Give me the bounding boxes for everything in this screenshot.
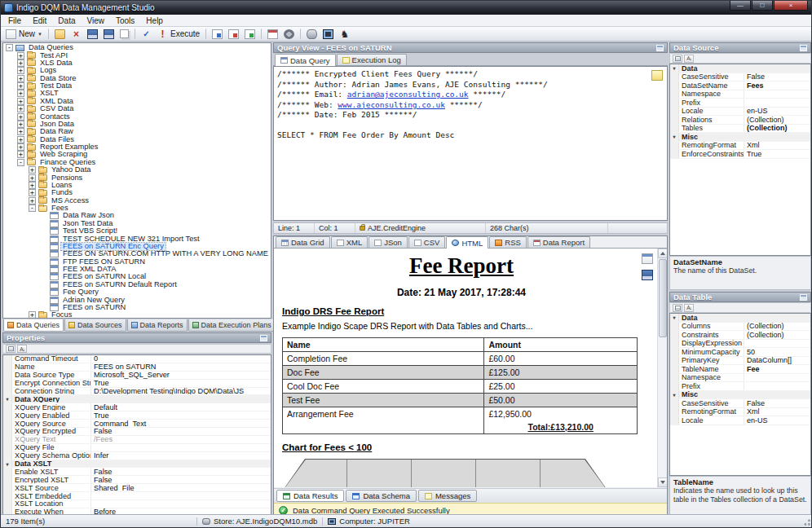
property-row[interactable]: XQuery Enabled True <box>3 411 271 420</box>
export-html-icon[interactable] <box>243 29 257 40</box>
property-row[interactable]: Namespace <box>670 90 810 99</box>
property-value[interactable]: Xml <box>744 142 810 150</box>
tab-data-report[interactable]: Data Report <box>527 236 590 248</box>
expand-glyph[interactable]: + <box>17 90 24 97</box>
expand-glyph[interactable]: + <box>17 52 24 59</box>
property-row[interactable]: Connection String D:\Development Testing… <box>3 388 271 396</box>
property-value[interactable]: False <box>91 468 271 475</box>
property-value[interactable]: Fee <box>744 365 810 373</box>
property-row[interactable]: Namespace <box>670 374 810 383</box>
toolbar-button[interactable] <box>205 29 206 39</box>
menu-item[interactable]: Tools <box>110 15 140 27</box>
tab-data-queries[interactable]: Data Queries <box>3 319 64 332</box>
property-value[interactable]: False <box>91 428 271 435</box>
property-row[interactable]: EnforceConstraints True <box>670 150 810 159</box>
property-value[interactable]: Microsoft_SQL_Server <box>91 372 271 379</box>
expand-glyph[interactable]: + <box>17 105 24 112</box>
tab-data-results[interactable]: Data Results <box>276 490 344 502</box>
property-row[interactable]: XQuery Text /Fees <box>3 436 271 444</box>
tab-rss[interactable]: RSS <box>489 236 527 248</box>
tree-item[interactable]: Fee Query <box>3 288 271 296</box>
menu-item[interactable]: Data <box>52 15 81 27</box>
property-value[interactable]: Infer <box>91 452 271 460</box>
property-row[interactable]: Prefix <box>670 382 810 391</box>
property-value[interactable]: True <box>91 380 271 387</box>
tree-item[interactable]: + Funds <box>3 189 271 196</box>
categorized-icon[interactable] <box>673 304 682 312</box>
property-value[interactable]: Command_Text <box>91 420 271 427</box>
property-value[interactable] <box>744 382 810 390</box>
property-row[interactable]: Relations (Collection) <box>670 116 810 125</box>
expand-glyph[interactable]: - <box>17 159 24 166</box>
tree-item[interactable]: Test VBS Script! <box>3 227 271 235</box>
copy-icon[interactable] <box>118 29 130 39</box>
tab-html[interactable]: HTML <box>446 236 488 249</box>
panel-options-icon[interactable] <box>656 45 664 51</box>
export-xml-icon[interactable] <box>227 29 241 40</box>
execute-button[interactable]: ! Execute <box>156 29 201 40</box>
tree-item[interactable]: FEES on SATURN <box>3 304 271 311</box>
property-value[interactable]: en-US <box>744 416 810 425</box>
expand-glyph[interactable]: + <box>29 166 36 174</box>
panel-options-icon[interactable] <box>260 335 267 341</box>
property-row[interactable]: Locale en-US <box>670 108 810 117</box>
expand-glyph[interactable]: + <box>29 189 36 196</box>
tab-data-schema[interactable]: Data Schema <box>346 490 417 502</box>
tab-data-query[interactable]: Data Query <box>275 54 336 66</box>
property-row[interactable]: Encrypt Connection String True <box>3 380 271 388</box>
expand-glyph[interactable]: + <box>17 143 24 151</box>
property-row[interactable]: Command Timeout 0 <box>3 355 271 363</box>
categorized-icon[interactable] <box>6 345 15 353</box>
property-row[interactable]: Data XSLT <box>3 460 271 469</box>
scroll-down-icon[interactable] <box>658 477 667 487</box>
property-value[interactable] <box>91 500 271 508</box>
property-row[interactable]: RemotingFormat Xml <box>670 142 810 151</box>
property-value[interactable] <box>744 99 810 107</box>
tree-item[interactable]: + CSV Data <box>3 105 271 112</box>
expand-glyph[interactable]: + <box>29 197 36 205</box>
hyperlink[interactable]: www.ajeconsulting.co.uk <box>338 100 445 109</box>
tree-item[interactable]: + Pensions <box>3 174 271 181</box>
property-row[interactable]: CaseSensitive False <box>670 399 810 408</box>
expand-glyph[interactable]: + <box>17 136 24 143</box>
property-row[interactable]: Enable XSLT False <box>3 468 271 476</box>
settings-icon[interactable] <box>282 29 296 40</box>
panel-options-icon[interactable] <box>800 294 807 301</box>
property-value[interactable] <box>91 492 271 499</box>
property-value[interactable]: Xml <box>744 408 810 416</box>
tree-item[interactable]: Adrian New Query <box>3 296 271 303</box>
panel-options-icon[interactable] <box>800 45 807 51</box>
property-row[interactable]: Columns (Collection) <box>670 323 810 332</box>
menu-item[interactable]: File <box>2 15 27 27</box>
schedule-icon[interactable] <box>266 29 280 40</box>
property-value[interactable]: (Collection) <box>744 323 810 331</box>
property-value[interactable]: Shared_File <box>91 484 271 491</box>
expand-glyph[interactable]: + <box>17 98 24 105</box>
property-row[interactable]: DataSetName Fees <box>670 81 810 90</box>
property-row[interactable]: Misc <box>670 133 810 142</box>
property-row[interactable]: Name FEES on SATURN <box>3 363 271 372</box>
property-value[interactable]: True <box>744 150 810 158</box>
property-row[interactable]: TableName Fee <box>670 365 810 374</box>
property-row[interactable]: XQuery Schema Option Infer <box>3 452 271 460</box>
expand-glyph[interactable]: + <box>17 151 24 158</box>
expand-glyph[interactable]: - <box>6 44 13 51</box>
categorized-icon[interactable] <box>673 55 682 63</box>
computer-icon[interactable] <box>321 29 335 40</box>
property-row[interactable]: Prefix <box>670 99 810 108</box>
property-value[interactable]: 50 <box>744 348 810 356</box>
property-value[interactable]: D:\Development Testing\Indigo DQM\Data\J… <box>91 388 271 395</box>
tab-execution-log[interactable]: Execution Log <box>337 54 407 65</box>
expand-glyph[interactable]: - <box>29 205 36 212</box>
expand-glyph[interactable]: + <box>29 174 36 182</box>
property-row[interactable]: PrimaryKey DataColumn[] <box>670 357 810 366</box>
alphabetical-icon[interactable] <box>684 55 694 63</box>
property-row[interactable]: XSLT Embedded <box>3 492 271 500</box>
sql-editor[interactable]: /****** Encrypted Client Fees Query ****… <box>273 66 668 221</box>
property-value[interactable]: (Collection) <box>744 125 810 133</box>
property-value[interactable]: en-US <box>744 108 810 116</box>
property-row[interactable]: XQuery File <box>3 444 271 452</box>
toolbar-button[interactable] <box>261 29 262 39</box>
toolbar-button[interactable] <box>135 29 135 39</box>
property-value[interactable]: True <box>91 411 271 419</box>
